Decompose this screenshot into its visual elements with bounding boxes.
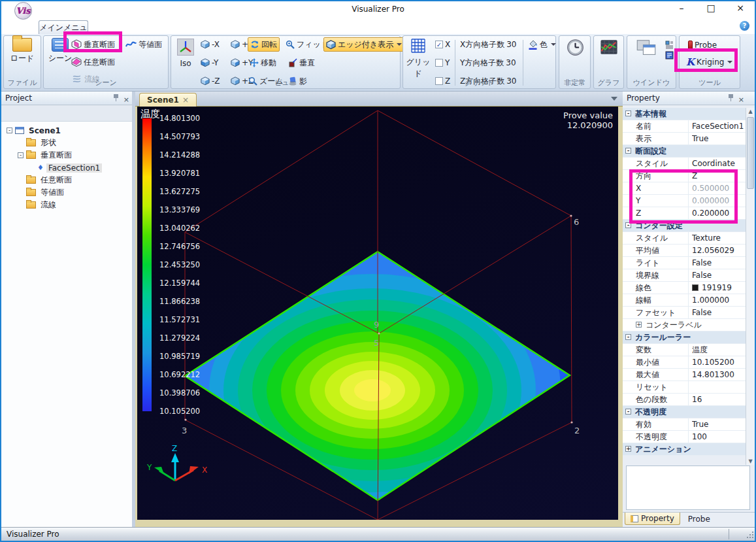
property-row-ファセット[interactable]: ファセットFalse [623, 307, 746, 319]
property-row-Y[interactable]: Y0.000000 [623, 195, 746, 207]
viewport-3d[interactable]: 6 2 3 9 5 温度 14.80130014.50779314.214288… [137, 107, 618, 520]
maximize-button[interactable]: □ [706, 3, 716, 13]
help-icon[interactable]: ? [740, 21, 749, 31]
tree-item-垂直断面[interactable]: -垂直断面 [1, 149, 132, 161]
property-value[interactable]: 100 [692, 431, 744, 443]
chevron-down-icon[interactable] [397, 43, 402, 46]
grid-y-checkbox[interactable]: Y [433, 56, 452, 70]
close-panel-icon[interactable]: × [738, 93, 744, 107]
grid-button[interactable]: グリッド [405, 38, 431, 79]
property-value[interactable]: FaceSection1 [692, 120, 744, 132]
tab-main-menu[interactable]: メインメニュー [39, 20, 88, 34]
window-doc-button[interactable] [665, 48, 674, 62]
property-row-基本情報[interactable]: -基本情報 [623, 108, 746, 120]
property-row-カラールーラー[interactable]: -カラールーラー [623, 331, 746, 344]
property-row-リセット[interactable]: リセット [623, 381, 746, 394]
perpendicular-button[interactable]: 垂直 [286, 56, 317, 70]
tree-item-等値面[interactable]: 等値面 [1, 186, 132, 199]
kriging-button[interactable]: K Kriging [684, 55, 734, 69]
graph-button[interactable] [594, 39, 624, 57]
tree-item-形状[interactable]: 形状 [1, 137, 132, 149]
property-row-ライト[interactable]: ライトFalse [623, 257, 746, 269]
property-row-名前[interactable]: 名前FaceSection1 [623, 120, 746, 133]
property-row-コンター設定[interactable]: -コンター設定 [623, 220, 746, 232]
property-row-断面設定[interactable]: -断面設定 [623, 145, 746, 158]
scrollbar-thumb[interactable] [747, 117, 754, 189]
property-value[interactable]: 0.000000 [692, 195, 744, 207]
expand-icon[interactable]: - [625, 409, 631, 415]
expand-icon[interactable]: - [625, 334, 631, 340]
property-row-平均値[interactable]: 平均値12.056029 [623, 245, 746, 257]
tree-item-流線[interactable]: 流線 [1, 199, 132, 211]
move-button[interactable]: 移動 [248, 56, 278, 70]
unsteady-button[interactable] [560, 39, 590, 58]
expand-icon[interactable]: - [625, 148, 631, 154]
property-row-不透明度[interactable]: 不透明度100 [623, 431, 746, 443]
expand-icon[interactable]: + [636, 322, 642, 328]
property-value[interactable]: 温度 [692, 344, 744, 356]
expand-icon[interactable]: + [625, 446, 631, 452]
property-row-X[interactable]: X0.500000 [623, 182, 746, 195]
grid-y-count-field[interactable]: Y方向格子数30 [458, 56, 518, 70]
property-row-スタイル[interactable]: スタイルCoordinate [623, 158, 746, 170]
probe-button[interactable]: Probe [686, 38, 719, 52]
property-value[interactable]: False [692, 307, 744, 318]
property-row-線色[interactable]: 線色191919 [623, 282, 746, 294]
iso-view-button[interactable]: Iso [173, 39, 198, 68]
property-row-方向[interactable]: 方向Z [623, 170, 746, 182]
close-button[interactable]: × [735, 3, 746, 13]
scroll-up-icon[interactable]: ▲ [746, 109, 755, 114]
property-row-最小値[interactable]: 最小値10.105200 [623, 356, 746, 369]
arbitrary-section-button[interactable]: 任意断面 [69, 55, 117, 69]
property-value[interactable]: Coordinate [692, 158, 744, 169]
property-row-境界線[interactable]: 境界線False [623, 269, 746, 282]
view-minus-x-button[interactable]: -X [199, 37, 222, 52]
tab-scene1[interactable]: Scene1× [139, 93, 197, 107]
property-row-最大値[interactable]: 最大値14.801300 [623, 369, 746, 381]
property-row-線幅[interactable]: 線幅1.000000 [623, 294, 746, 307]
tree-item-任意断面[interactable]: 任意断面 [1, 174, 132, 186]
property-value[interactable]: 14.801300 [692, 369, 744, 381]
edge-display-button[interactable]: エッジ付き表示 [323, 37, 404, 52]
property-row-Z[interactable]: Z0.200000 [623, 207, 746, 220]
grid-color-button[interactable]: 色 [526, 37, 558, 52]
grid-x-checkbox[interactable]: ✓X [433, 37, 452, 52]
property-value[interactable]: 191919 [692, 282, 744, 294]
property-row-色の段数[interactable]: 色の段数16 [623, 394, 746, 406]
property-value[interactable]: 12.056029 [692, 245, 744, 256]
property-row-不透明度[interactable]: -不透明度 [623, 406, 746, 418]
chevron-down-icon[interactable] [551, 43, 556, 46]
tab-probe[interactable]: Probe [683, 513, 715, 525]
property-value[interactable]: 0.200000 [692, 207, 744, 219]
property-row-有効[interactable]: 有効True [623, 418, 746, 431]
expand-icon[interactable]: - [625, 222, 631, 228]
property-row-アニメーション[interactable]: +アニメーション [623, 443, 746, 456]
property-scrollbar[interactable]: ▲ ▼ [746, 108, 755, 465]
tree-item-Scene1[interactable]: -Scene1 [1, 124, 132, 137]
grid-x-count-field[interactable]: X方向格子数30 [458, 37, 519, 52]
load-button[interactable]: ロード [7, 38, 37, 64]
resize-grip[interactable] [746, 532, 753, 539]
property-value[interactable]: False [692, 257, 744, 269]
tab-property[interactable]: Property [625, 513, 680, 525]
property-row-変数[interactable]: 変数温度 [623, 344, 746, 356]
property-value[interactable]: 16 [692, 394, 744, 405]
property-value[interactable]: Z [692, 170, 744, 182]
close-panel-icon[interactable]: × [123, 93, 129, 107]
vertical-section-button[interactable]: 垂直断面 [69, 37, 117, 52]
app-logo-icon[interactable]: Vis [14, 2, 32, 20]
property-value[interactable]: 10.105200 [692, 356, 744, 368]
property-row-表示[interactable]: 表示True [623, 133, 746, 145]
chevron-down-icon[interactable] [727, 61, 732, 63]
view-minus-y-button[interactable]: -Y [199, 56, 220, 70]
property-row-コンターラベル[interactable]: +コンターラベル [623, 319, 746, 331]
property-value[interactable]: 0.500000 [692, 182, 744, 194]
property-value[interactable]: True [692, 133, 744, 144]
rotate-button[interactable]: 回転 [248, 37, 280, 52]
property-value[interactable]: Texture [692, 232, 744, 244]
property-value[interactable]: 1.000000 [692, 294, 744, 306]
property-row-スタイル[interactable]: スタイルTexture [623, 232, 746, 245]
tree-expand-icon[interactable]: - [7, 127, 12, 133]
pin-icon[interactable] [113, 93, 119, 102]
property-value[interactable]: True [692, 418, 744, 430]
